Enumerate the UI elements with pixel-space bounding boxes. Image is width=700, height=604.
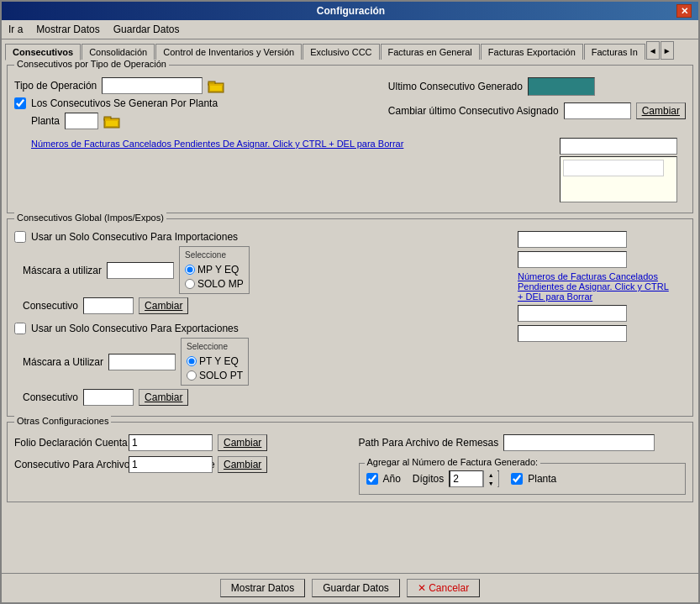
folio-input[interactable] bbox=[129, 434, 213, 451]
tipo-operacion-label: Tipo de Operación bbox=[14, 80, 97, 92]
cambiar-importaciones-button[interactable]: Cambiar bbox=[139, 297, 188, 314]
consecutivo-transmision-input[interactable] bbox=[129, 456, 213, 473]
group-consecutivos-tipo: Consecutivos por Tipo de Operación Tipo … bbox=[7, 65, 693, 213]
radio-solo-pt-label: SOLO PT bbox=[199, 370, 243, 381]
svg-rect-6 bbox=[106, 120, 118, 126]
planta-folder-icon[interactable] bbox=[103, 113, 120, 129]
checkbox-anio-label: Año bbox=[383, 473, 401, 485]
tab-consolidacion[interactable]: Consolidación bbox=[82, 44, 155, 60]
tipo-operacion-folder-icon[interactable] bbox=[208, 77, 224, 94]
checkbox-importaciones-label: Usar un Solo Consecutivo Para Importacio… bbox=[31, 231, 238, 243]
group-consecutivos-global: Consecutivos Global (Impos/Expos) Usar u… bbox=[7, 218, 693, 417]
menu-item-ir-a[interactable]: Ir a bbox=[5, 22, 26, 37]
checkbox-exportaciones-label: Usar un Solo Consecutivo Para Exportacio… bbox=[31, 323, 239, 334]
consecutivo-exportaciones-input[interactable] bbox=[83, 389, 134, 406]
radio-group-importaciones: Seleccione MP Y EQ SOLO MP bbox=[179, 246, 250, 294]
main-content: Consecutivos por Tipo de Operación Tipo … bbox=[2, 60, 698, 573]
tab-facturas-general[interactable]: Facturas en General bbox=[381, 44, 480, 60]
checkbox-exportaciones[interactable] bbox=[14, 323, 26, 334]
checkbox-importaciones[interactable] bbox=[14, 231, 26, 243]
folio-label: Folio Declaración Cuenta Aduanera bbox=[14, 437, 124, 449]
checkbox-consecutivos-planta[interactable] bbox=[14, 97, 26, 109]
radio-mp-eq-label: MP Y EQ bbox=[197, 264, 239, 276]
mascara-importaciones-input[interactable] bbox=[107, 262, 174, 279]
checkbox-anio[interactable] bbox=[366, 473, 378, 485]
cancelled-invoices-link-tipo[interactable]: Números de Facturas Cancelados Pendiente… bbox=[31, 139, 403, 149]
radio-solo-mp-label: SOLO MP bbox=[197, 278, 244, 290]
path-remesas-label: Path Para Archivo de Remesas bbox=[359, 437, 499, 449]
mascara-exportaciones-label: Máscara a Utilizar bbox=[23, 356, 103, 368]
cancelled-invoice-inner bbox=[563, 160, 664, 176]
tab-exclusivo-ccc[interactable]: Exclusivo CCC bbox=[303, 44, 379, 60]
consecutivo-importaciones-input[interactable] bbox=[83, 297, 134, 314]
tab-consecutivos[interactable]: Consecutivos bbox=[5, 44, 81, 60]
digitos-spinner[interactable]: ▲ ▼ bbox=[449, 470, 499, 487]
menu-item-mostrar-datos[interactable]: Mostrar Datos bbox=[33, 22, 103, 37]
agregar-group-title: Agregar al Número de Factura Generado: bbox=[365, 457, 541, 467]
global-invoice-input-3[interactable] bbox=[518, 305, 627, 322]
planta-label: Planta bbox=[31, 115, 60, 127]
radio-group-importaciones-title: Seleccione bbox=[185, 250, 244, 260]
mascara-importaciones-label: Máscara a utilizar bbox=[23, 265, 102, 276]
group-otras-config-title: Otras Configuraciones bbox=[14, 416, 111, 426]
title-bar: Configuración ✕ bbox=[2, 2, 698, 20]
tipo-operacion-input[interactable] bbox=[102, 77, 203, 94]
cancelled-invoice-input-1[interactable] bbox=[560, 138, 677, 155]
consecutivo-importaciones-label: Consecutivo bbox=[23, 300, 78, 312]
consecutivo-exportaciones-label: Consecutivo bbox=[23, 391, 78, 403]
tabs-bar: Consecutivos Consolidación Control de In… bbox=[2, 39, 698, 60]
footer: Mostrar Datos Guardar Datos ✕ Cancelar bbox=[2, 573, 698, 602]
menu-bar: Ir a Mostrar Datos Guardar Datos bbox=[2, 20, 698, 39]
radio-mp-eq[interactable] bbox=[185, 265, 195, 275]
path-remesas-input[interactable] bbox=[503, 434, 655, 451]
svg-rect-7 bbox=[105, 119, 118, 121]
digitos-down-button[interactable]: ▼ bbox=[484, 479, 497, 487]
tab-nav-next[interactable]: ► bbox=[661, 41, 674, 60]
cambiar-ultimo-label: Cambiar último Consecutivo Asignado bbox=[388, 105, 559, 117]
guardar-datos-footer-button[interactable]: Guardar Datos bbox=[312, 579, 400, 597]
tab-nav-prev[interactable]: ◄ bbox=[646, 41, 660, 60]
radio-pt-eq[interactable] bbox=[187, 356, 197, 366]
cancelar-footer-button[interactable]: ✕ Cancelar bbox=[407, 579, 480, 597]
digitos-up-button[interactable]: ▲ bbox=[484, 470, 497, 479]
mostrar-datos-footer-button[interactable]: Mostrar Datos bbox=[220, 579, 305, 597]
consecutivo-transmision-label: Consecutivo Para Archivo de Transmisión … bbox=[14, 459, 124, 470]
tab-facturas-in[interactable]: Facturas In bbox=[584, 44, 645, 60]
radio-group-exportaciones: Seleccione PT Y EQ SOLO PT bbox=[181, 338, 249, 386]
ultimo-consecutivo-label: Ultimo Consecutivo Generado bbox=[388, 81, 523, 92]
mascara-exportaciones-input[interactable] bbox=[108, 354, 176, 370]
group-consecutivos-tipo-title: Consecutivos por Tipo de Operación bbox=[14, 60, 169, 69]
svg-rect-3 bbox=[209, 84, 223, 86]
close-button[interactable]: ✕ bbox=[676, 4, 692, 18]
folio-cambiar-button[interactable]: Cambiar bbox=[218, 434, 267, 451]
cancelled-invoice-area-tipo bbox=[560, 156, 677, 202]
radio-solo-mp[interactable] bbox=[185, 279, 195, 289]
global-invoice-input-4[interactable] bbox=[518, 325, 627, 342]
checkbox-planta-agregar-label: Planta bbox=[528, 473, 556, 485]
radio-pt-eq-label: PT Y EQ bbox=[199, 355, 239, 367]
digitos-label: Dígitos bbox=[413, 473, 444, 485]
menu-item-guardar-datos[interactable]: Guardar Datos bbox=[110, 22, 183, 37]
cambiar-ultimo-input[interactable] bbox=[564, 102, 631, 119]
checkbox-planta-agregar[interactable] bbox=[511, 473, 523, 485]
digitos-input[interactable] bbox=[450, 470, 483, 487]
cancelled-invoices-link-global[interactable]: Números de Facturas Cancelados Pendiente… bbox=[518, 271, 669, 302]
radio-solo-pt[interactable] bbox=[187, 370, 197, 381]
cambiar-ultimo-button[interactable]: Cambiar bbox=[636, 102, 686, 119]
ultimo-consecutivo-display bbox=[528, 77, 595, 96]
planta-input[interactable] bbox=[65, 113, 98, 129]
radio-group-exportaciones-title: Seleccione bbox=[187, 342, 243, 351]
consecutivo-cambiar-button[interactable]: Cambiar bbox=[218, 456, 267, 473]
checkbox-consecutivos-planta-label: Los Consecutivos Se Generan Por Planta bbox=[31, 97, 218, 109]
group-otras-config: Otras Configuraciones Folio Declaración … bbox=[7, 422, 693, 502]
svg-rect-2 bbox=[210, 85, 222, 91]
global-invoice-input-1[interactable] bbox=[518, 231, 627, 248]
tab-control-inventarios[interactable]: Control de Inventarios y Versión bbox=[155, 44, 302, 60]
tab-facturas-exportacion[interactable]: Facturas Exportación bbox=[481, 44, 583, 60]
global-invoice-input-2[interactable] bbox=[518, 251, 627, 268]
main-window: Configuración ✕ Ir a Mostrar Datos Guard… bbox=[0, 0, 700, 604]
cambiar-exportaciones-button[interactable]: Cambiar bbox=[139, 389, 188, 406]
window-title: Configuración bbox=[25, 5, 676, 17]
group-consecutivos-global-title: Consecutivos Global (Impos/Expos) bbox=[14, 213, 166, 223]
